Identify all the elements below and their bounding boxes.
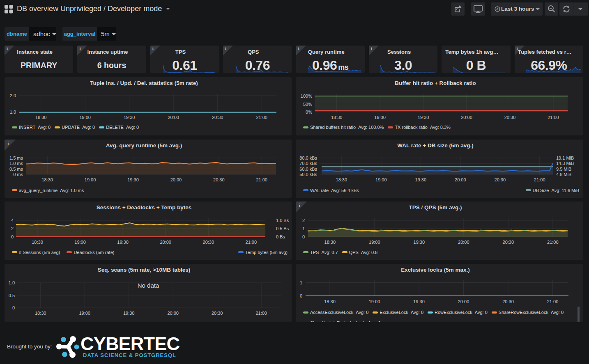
svg-text:20:30: 20:30 [203, 240, 214, 245]
svg-text:4.8 MiB: 4.8 MiB [556, 172, 571, 177]
svg-text:19:30: 19:30 [127, 177, 139, 182]
svg-text:1.5 ms: 1.5 ms [9, 156, 23, 160]
svg-text:19:30: 19:30 [418, 115, 429, 120]
svg-text:21:00: 21:00 [256, 115, 267, 120]
svg-text:0 Bs: 0 Bs [276, 234, 285, 239]
svg-text:0.5 Bs: 0.5 Bs [276, 226, 289, 231]
svg-text:No data: No data [138, 282, 159, 289]
svg-text:0: 0 [12, 305, 15, 310]
svg-text:19:30: 19:30 [124, 115, 135, 120]
svg-text:21:00: 21:00 [534, 177, 545, 182]
svg-text:20:30: 20:30 [213, 177, 225, 182]
svg-text:4: 4 [11, 218, 14, 223]
svg-text:0: 0 [11, 234, 14, 239]
svg-text:1.0: 1.0 [10, 110, 16, 114]
svg-text:19:30: 19:30 [123, 311, 135, 316]
svg-text:1.0 Bs: 1.0 Bs [276, 218, 289, 223]
svg-text:18:30: 18:30 [35, 311, 46, 316]
svg-text:20:00: 20:00 [168, 115, 179, 120]
svg-text:20:30: 20:30 [212, 115, 223, 120]
svg-text:1.0: 1.0 [9, 280, 15, 285]
svg-text:2: 2 [11, 226, 14, 231]
svg-text:19:30: 19:30 [117, 240, 129, 245]
svg-text:20:00: 20:00 [461, 115, 472, 120]
svg-text:19:00: 19:00 [369, 240, 380, 245]
svg-text:21:00: 21:00 [547, 240, 559, 245]
svg-text:18:30: 18:30 [41, 177, 53, 182]
svg-text:20:00: 20:00 [167, 311, 179, 316]
svg-text:21:00: 21:00 [246, 240, 257, 245]
svg-text:19:00: 19:00 [85, 177, 96, 182]
svg-text:20:30: 20:30 [495, 177, 506, 182]
svg-text:70.0 kBs: 70.0 kBs [299, 161, 317, 166]
svg-text:2: 2 [302, 218, 305, 223]
svg-text:19:00: 19:00 [375, 177, 387, 182]
svg-text:21:00: 21:00 [548, 115, 559, 120]
svg-text:20:30: 20:30 [212, 311, 223, 316]
svg-text:9.5 MiB: 9.5 MiB [556, 167, 571, 172]
svg-text:19:00: 19:00 [74, 240, 86, 245]
svg-text:0.5 ms: 0.5 ms [9, 167, 23, 172]
svg-text:0: 0 [300, 293, 302, 298]
svg-text:20:00: 20:00 [458, 299, 469, 304]
svg-text:18:30: 18:30 [35, 115, 47, 120]
svg-text:100%: 100% [301, 94, 312, 98]
svg-text:18:30: 18:30 [331, 115, 343, 120]
svg-text:0 ms: 0 ms [13, 172, 23, 177]
svg-text:20:00: 20:00 [455, 177, 466, 182]
svg-text:80.0 kBs: 80.0 kBs [299, 156, 317, 160]
svg-text:1: 1 [302, 226, 305, 231]
svg-text:20:30: 20:30 [504, 115, 516, 120]
svg-text:19.1 MiB: 19.1 MiB [556, 156, 574, 160]
svg-text:20:30: 20:30 [502, 299, 514, 304]
svg-text:20:00: 20:00 [458, 240, 469, 245]
svg-text:19:30: 19:30 [415, 177, 427, 182]
svg-text:19:30: 19:30 [414, 240, 425, 245]
svg-text:19:00: 19:00 [79, 115, 91, 120]
svg-text:1: 1 [300, 280, 302, 285]
svg-text:21:00: 21:00 [547, 299, 559, 304]
svg-text:1.0 ms: 1.0 ms [9, 161, 23, 166]
svg-text:18:30: 18:30 [32, 240, 43, 245]
svg-text:19:00: 19:00 [374, 115, 386, 120]
svg-text:0: 0 [302, 234, 305, 239]
svg-text:50.0 kBs: 50.0 kBs [299, 172, 317, 177]
svg-text:20:30: 20:30 [503, 240, 514, 245]
svg-text:0.5: 0.5 [9, 293, 15, 298]
svg-text:19:00: 19:00 [369, 299, 380, 304]
svg-text:2.0: 2.0 [10, 93, 16, 98]
svg-text:50%: 50% [303, 102, 312, 107]
svg-text:18:30: 18:30 [336, 177, 347, 182]
svg-text:19:00: 19:00 [79, 311, 90, 316]
svg-text:18:30: 18:30 [324, 240, 336, 245]
svg-text:18:30: 18:30 [324, 299, 336, 304]
svg-text:19:30: 19:30 [413, 299, 425, 304]
svg-text:0%: 0% [306, 110, 312, 114]
svg-text:60.0 kBs: 60.0 kBs [299, 167, 317, 172]
svg-text:21:00: 21:00 [256, 177, 267, 182]
svg-text:20:00: 20:00 [170, 177, 182, 182]
svg-text:14.3 MiB: 14.3 MiB [556, 161, 574, 166]
svg-text:20:00: 20:00 [160, 240, 171, 245]
svg-text:21:00: 21:00 [255, 311, 267, 316]
